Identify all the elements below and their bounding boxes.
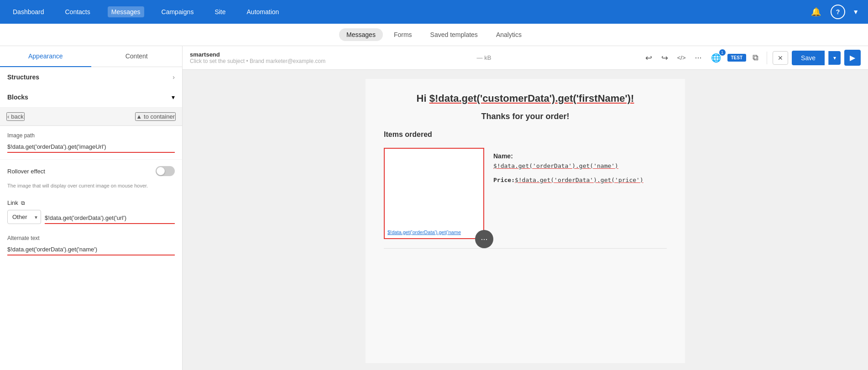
product-image-label: $!data.get('orderData').get('name bbox=[385, 226, 464, 238]
top-nav: Dashboard Contacts Messages Campaigns Si… bbox=[0, 0, 868, 24]
link-label: Link ⧉ bbox=[7, 199, 175, 206]
link-type-select-wrap: Other URL Email Phone ▼ bbox=[7, 210, 41, 224]
code-view-button[interactable]: </> bbox=[675, 52, 689, 63]
top-nav-icons: 🔔 ? ▼ bbox=[809, 5, 859, 19]
blocks-row[interactable]: Blocks ▾ bbox=[0, 87, 182, 108]
subnav-forms[interactable]: Forms bbox=[387, 28, 419, 41]
blocks-label: Blocks bbox=[7, 94, 28, 101]
save-chevron-button[interactable]: ▾ bbox=[828, 51, 841, 65]
sub-nav: Messages Forms Saved templates Analytics bbox=[0, 24, 868, 46]
email-items-title: Items ordered bbox=[384, 130, 667, 139]
rollover-effect-label: Rollover effect bbox=[7, 168, 45, 175]
link-type-select[interactable]: Other URL Email Phone bbox=[7, 210, 41, 224]
tab-content[interactable]: Content bbox=[91, 46, 183, 67]
subject-hint: Brand marketer@example.com bbox=[250, 58, 325, 64]
redo-button[interactable]: ↪ bbox=[659, 51, 671, 65]
nav-dashboard[interactable]: Dashboard bbox=[9, 6, 48, 17]
tab-appearance[interactable]: Appearance bbox=[0, 46, 91, 67]
play-button[interactable]: ▶ bbox=[844, 50, 861, 66]
greeting-text: Hi bbox=[417, 93, 429, 104]
nav-automation[interactable]: Automation bbox=[243, 6, 283, 17]
image-path-input[interactable] bbox=[7, 141, 175, 153]
structures-row[interactable]: Structures › bbox=[0, 67, 182, 87]
product-name-label: Name: bbox=[493, 152, 667, 160]
subject-separator: • bbox=[246, 58, 250, 64]
greeting-variable: $!data.get('customerData').get('firstNam… bbox=[429, 93, 634, 104]
product-name-value: $!data.get('orderData').get('name') bbox=[493, 162, 667, 169]
sidebar-tabs: Appearance Content bbox=[0, 46, 182, 67]
blocks-chevron-icon: ▾ bbox=[172, 94, 175, 101]
canvas-area: smartsend Click to set the subject • Bra… bbox=[183, 46, 868, 370]
canvas-sender: smartsend bbox=[190, 51, 325, 58]
back-label: back bbox=[11, 113, 23, 120]
nav-messages[interactable]: Messages bbox=[108, 6, 144, 17]
undo-button[interactable]: ↩ bbox=[643, 51, 655, 65]
help-icon-btn[interactable]: ? bbox=[831, 5, 845, 19]
up-arrow-icon: ▲ bbox=[136, 113, 142, 120]
rollover-helper-text: The image that will display over current… bbox=[0, 182, 182, 195]
to-container-button[interactable]: ▲ to container bbox=[135, 112, 176, 121]
context-menu-bubble[interactable]: ··· bbox=[475, 230, 493, 248]
canvas-kb: — kB bbox=[477, 54, 492, 61]
globe-button[interactable]: 🌐 1 bbox=[708, 51, 724, 65]
link-inputs: Other URL Email Phone ▼ bbox=[7, 210, 175, 224]
subnav-messages[interactable]: Messages bbox=[339, 28, 383, 41]
link-text: Link bbox=[7, 199, 18, 206]
back-nav: ‹ back ▲ to container bbox=[0, 108, 182, 126]
link-url-input[interactable] bbox=[45, 213, 175, 224]
subject-placeholder: Click to set the subject bbox=[190, 58, 245, 64]
back-chevron-icon: ‹ bbox=[7, 113, 9, 120]
globe-badge: 1 bbox=[719, 49, 726, 56]
test-badge[interactable]: TEST bbox=[727, 54, 747, 62]
alt-text-group: Alternate text bbox=[0, 230, 182, 262]
product-image-box[interactable]: $!data.get('orderData').get('name bbox=[384, 148, 484, 239]
save-button[interactable]: Save bbox=[792, 51, 825, 65]
image-path-group: Image path bbox=[0, 126, 182, 160]
rollover-toggle[interactable] bbox=[156, 166, 175, 176]
email-thanks: Thanks for your order! bbox=[384, 112, 667, 121]
close-button[interactable]: ✕ bbox=[773, 51, 788, 65]
back-button[interactable]: ‹ back bbox=[6, 112, 25, 121]
nav-contacts[interactable]: Contacts bbox=[62, 6, 94, 17]
structures-label: Structures bbox=[7, 73, 39, 81]
product-details: Name: $!data.get('orderData').get('name'… bbox=[493, 148, 667, 239]
alt-text-label: Alternate text bbox=[7, 235, 175, 241]
image-path-label: Image path bbox=[7, 132, 175, 139]
canvas-info: smartsend Click to set the subject • Bra… bbox=[190, 51, 325, 64]
price-value: $!data.get('orderData').get('price') bbox=[515, 177, 643, 183]
canvas-subject[interactable]: Click to set the subject • Brand markete… bbox=[190, 58, 325, 64]
more-options-button[interactable]: ··· bbox=[692, 51, 704, 64]
toggle-knob bbox=[157, 167, 165, 175]
canvas-toolbar: smartsend Click to set the subject • Bra… bbox=[183, 46, 868, 70]
email-product-row: $!data.get('orderData').get('name Name: … bbox=[384, 148, 667, 239]
link-row: Link ⧉ Other URL Email Phone ▼ bbox=[0, 195, 182, 230]
top-nav-links: Dashboard Contacts Messages Campaigns Si… bbox=[9, 6, 282, 17]
product-price-row: Price:$!data.get('orderData').get('price… bbox=[493, 177, 667, 183]
structures-chevron-icon: › bbox=[173, 73, 175, 81]
email-canvas: Hi $!data.get('customerData').get('first… bbox=[366, 79, 685, 363]
copy-button[interactable]: ⧉ bbox=[750, 51, 761, 64]
main-layout: Appearance Content Structures › Blocks ▾… bbox=[0, 46, 868, 370]
bell-icon-btn[interactable]: 🔔 bbox=[809, 5, 823, 19]
alt-text-input[interactable] bbox=[7, 244, 175, 255]
toolbar-actions: ↩ ↪ </> ··· 🌐 1 TEST ⧉ ✕ Save ▾ ▶ bbox=[643, 50, 861, 66]
sidebar-content: Structures › Blocks ▾ ‹ back ▲ to contai… bbox=[0, 67, 182, 370]
price-label: Price: bbox=[493, 177, 515, 183]
rollover-effect-row: Rollover effect bbox=[0, 160, 182, 182]
toolbar-separator bbox=[767, 52, 767, 64]
nav-site[interactable]: Site bbox=[211, 6, 229, 17]
account-chevron-btn[interactable]: ▼ bbox=[852, 8, 859, 16]
subnav-saved-templates[interactable]: Saved templates bbox=[423, 28, 485, 41]
canvas-scroll[interactable]: Hi $!data.get('customerData').get('first… bbox=[183, 70, 868, 370]
to-container-label: to container bbox=[144, 113, 175, 120]
nav-campaigns[interactable]: Campaigns bbox=[158, 6, 198, 17]
email-divider bbox=[384, 248, 667, 249]
link-icon: ⧉ bbox=[21, 200, 25, 206]
sidebar: Appearance Content Structures › Blocks ▾… bbox=[0, 46, 183, 370]
email-greeting: Hi $!data.get('customerData').get('first… bbox=[384, 93, 667, 104]
subnav-analytics[interactable]: Analytics bbox=[489, 28, 529, 41]
